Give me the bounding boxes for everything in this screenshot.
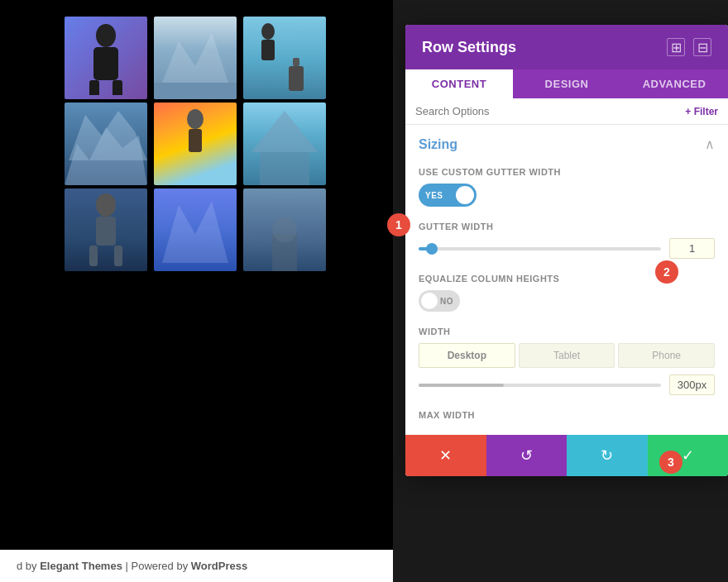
svg-rect-13 (189, 129, 202, 152)
panel-title: Row Settings (422, 39, 516, 56)
svg-rect-3 (113, 80, 122, 95)
svg-rect-14 (260, 152, 309, 185)
footer-bar: d by Elegant Themes | Powered by WordPre… (0, 550, 393, 582)
gutter-slider-thumb[interactable] (426, 243, 438, 255)
photo-cell (65, 103, 147, 185)
width-slider-row (419, 374, 715, 395)
section-title: Sizing (419, 137, 457, 152)
tab-content[interactable]: Content (405, 69, 513, 98)
device-tab-phone[interactable]: Phone (618, 343, 715, 368)
section-collapse-btn[interactable]: ∧ (705, 136, 715, 152)
filter-button[interactable]: + Filter (685, 106, 718, 117)
svg-point-6 (261, 23, 275, 40)
photo-grid (56, 0, 338, 279)
photo-cell (65, 188, 147, 271)
panel-header-icons: ⊞ ⊟ (667, 38, 711, 56)
footer-brand2: WordPress (191, 560, 247, 572)
custom-gutter-label: Use Custom Gutter Width (419, 167, 715, 177)
toggle-knob (456, 186, 474, 204)
toggle-yes-label: YES (419, 191, 443, 200)
max-width-label: Max Width (419, 410, 715, 420)
width-slider-fill (419, 384, 504, 387)
footer-text: d by (17, 560, 40, 572)
photo-cell (243, 103, 326, 185)
badge-2: 2 (655, 260, 678, 284)
setting-max-width: Max Width (405, 403, 728, 435)
equalize-toggle[interactable]: NO (419, 290, 460, 312)
gutter-width-label: Gutter Width (419, 222, 715, 231)
row-settings-panel: Row Settings ⊞ ⊟ Content Design Advanced… (405, 25, 728, 476)
setting-equalize-heights: Equalize Column Heights NO (405, 267, 728, 320)
svg-rect-7 (261, 40, 275, 60)
svg-rect-9 (289, 66, 304, 91)
photo-cell (65, 17, 147, 99)
tab-advanced[interactable]: Advanced (620, 69, 728, 98)
custom-gutter-toggle-wrap: YES (419, 184, 715, 207)
cancel-button[interactable]: ✕ (405, 435, 486, 476)
redo-button[interactable]: ↻ (567, 435, 648, 476)
website-preview: d by Elegant Themes | Powered by WordPre… (0, 0, 393, 582)
tab-design[interactable]: Design (513, 69, 620, 98)
panel-header: Row Settings ⊞ ⊟ (405, 25, 728, 69)
svg-point-22 (272, 217, 297, 242)
footer-sep: | Powered by (126, 560, 191, 572)
sizing-section: Sizing ∧ Use Custom Gutter Width YES Gut… (405, 125, 728, 435)
photo-cell (243, 188, 326, 271)
save-button[interactable]: ✓ (648, 435, 729, 476)
search-bar: + Filter (405, 98, 728, 125)
svg-rect-18 (89, 246, 98, 266)
device-tab-desktop[interactable]: Desktop (419, 343, 515, 368)
svg-rect-2 (89, 80, 99, 95)
section-header: Sizing ∧ (405, 125, 728, 160)
svg-rect-19 (114, 246, 122, 266)
badge-1: 1 (387, 213, 410, 236)
expand-icon[interactable]: ⊞ (667, 38, 685, 56)
custom-gutter-toggle[interactable]: YES (419, 184, 477, 207)
svg-point-16 (96, 193, 116, 217)
gutter-slider-track[interactable] (419, 247, 661, 250)
width-label: Width (419, 327, 715, 336)
width-slider-track[interactable] (419, 384, 661, 387)
svg-rect-8 (293, 58, 299, 66)
setting-gutter-width: Gutter Width (405, 215, 728, 267)
svg-rect-5 (154, 83, 237, 99)
gutter-width-input[interactable] (669, 238, 715, 259)
device-tab-tablet[interactable]: Tablet (519, 343, 615, 368)
badge-3: 3 (659, 451, 682, 474)
gutter-slider-row (419, 238, 715, 259)
setting-custom-gutter: Use Custom Gutter Width YES (405, 160, 728, 215)
photo-cell (154, 188, 237, 271)
equalize-toggle-wrap: NO (419, 290, 715, 312)
collapse-icon[interactable]: ⊟ (693, 38, 711, 56)
svg-marker-4 (162, 33, 228, 83)
panel-tabs: Content Design Advanced (405, 69, 728, 98)
photo-cell (154, 17, 237, 99)
width-input[interactable] (669, 374, 715, 395)
photo-cell (154, 103, 237, 185)
svg-marker-20 (162, 201, 228, 263)
equalize-toggle-knob (421, 293, 438, 309)
svg-point-12 (187, 109, 204, 129)
svg-rect-1 (93, 47, 118, 80)
device-tabs: Desktop Tablet Phone (419, 343, 715, 368)
setting-width: Width Desktop Tablet Phone (405, 320, 728, 403)
svg-point-0 (96, 24, 116, 47)
reset-button[interactable]: ↺ (486, 435, 568, 476)
svg-rect-17 (96, 217, 116, 246)
svg-marker-15 (251, 111, 318, 152)
search-input[interactable] (415, 105, 678, 117)
footer-brand1: Elegant Themes (40, 560, 122, 572)
photo-cell (243, 17, 326, 99)
